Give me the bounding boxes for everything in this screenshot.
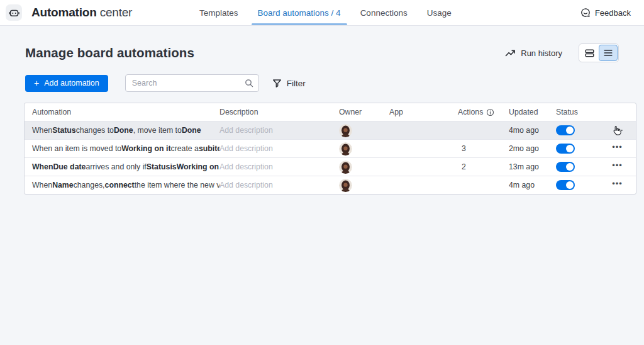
automation-text: changes, xyxy=(74,181,105,189)
run-history-button[interactable]: Run history xyxy=(505,48,562,58)
automations-table: Automation Description Owner App Actions… xyxy=(24,103,636,195)
owner-avatar[interactable] xyxy=(339,142,352,156)
automation-keyword: Working on it xyxy=(121,144,170,153)
automation-text: When xyxy=(32,181,52,189)
add-automation-button[interactable]: + Add automation xyxy=(25,75,108,92)
filter-button[interactable]: Filter xyxy=(272,79,306,88)
automation-text: the item where the new val... xyxy=(135,181,219,189)
toggle-knob xyxy=(566,163,574,171)
status-toggle[interactable] xyxy=(556,162,575,172)
col-header-actions: Actions xyxy=(450,108,509,116)
col-header-updated: Updated xyxy=(509,108,556,116)
add-automation-label: Add automation xyxy=(44,79,99,88)
tab-board-automations-4[interactable]: Board automations / 4 xyxy=(258,0,341,25)
row-menu-button[interactable]: ••• xyxy=(612,144,623,153)
app-title-bold: Automation xyxy=(31,6,97,19)
automation-keyword: is xyxy=(170,162,176,171)
updated-cell: 4mo ago xyxy=(509,126,556,135)
automation-text: create a xyxy=(171,144,199,153)
description-cell: Add description xyxy=(219,126,339,135)
status-cell xyxy=(556,144,599,154)
tab-connections[interactable]: Connections xyxy=(360,0,408,25)
automation-keyword: Status xyxy=(52,126,76,135)
list-view-button[interactable] xyxy=(599,45,618,61)
col-header-app: App xyxy=(389,108,450,116)
status-cell xyxy=(556,162,599,172)
add-description-placeholder[interactable]: Add description xyxy=(219,144,273,153)
card-view-icon xyxy=(585,49,594,57)
status-toggle[interactable] xyxy=(556,125,575,135)
table-row[interactable]: When Status changes to Done, move item t… xyxy=(25,121,636,139)
status-cell xyxy=(556,125,599,135)
description-cell: Add description xyxy=(219,144,339,153)
automation-text: When xyxy=(32,126,52,135)
filter-label: Filter xyxy=(287,79,306,88)
app-title-light: center xyxy=(100,6,133,19)
view-mode-toggle xyxy=(579,43,619,62)
trend-arrow-icon xyxy=(505,48,516,57)
toggle-knob xyxy=(566,145,574,152)
status-toggle[interactable] xyxy=(556,144,575,154)
card-view-button[interactable] xyxy=(580,45,599,61)
hand-cursor-icon xyxy=(612,125,623,136)
add-description-placeholder[interactable]: Add description xyxy=(219,162,273,171)
automation-text: When an item is moved to xyxy=(32,144,121,153)
col-header-automation: Automation xyxy=(25,108,219,116)
add-description-placeholder[interactable]: Add description xyxy=(219,126,273,135)
automation-sentence[interactable]: When Name changes, connect the item wher… xyxy=(25,181,219,189)
row-menu-cell: ••• xyxy=(599,162,636,171)
automation-keyword: subitem xyxy=(199,144,219,153)
add-description-placeholder[interactable]: Add description xyxy=(219,181,273,189)
search-input[interactable] xyxy=(125,74,259,92)
row-menu-cell: ••• xyxy=(599,181,636,189)
automation-text: arrives and only if xyxy=(86,162,146,171)
updated-cell: 2mo ago xyxy=(509,144,556,153)
automation-keyword: Status xyxy=(147,162,170,171)
feedback-button[interactable]: Feedback xyxy=(580,8,631,18)
automation-keyword: When xyxy=(32,162,53,171)
tab-usage[interactable]: Usage xyxy=(427,0,452,25)
automation-center-logo xyxy=(6,4,22,21)
col-header-status: Status xyxy=(556,108,599,116)
table-row[interactable]: When Name changes, connect the item wher… xyxy=(25,176,636,194)
updated-cell: 13m ago xyxy=(509,162,556,171)
table-header-row: Automation Description Owner App Actions… xyxy=(25,103,636,121)
automation-text: , move item to xyxy=(133,126,182,135)
list-view-icon xyxy=(604,49,613,57)
row-menu-cell: ••• xyxy=(599,144,636,153)
toggle-knob xyxy=(566,181,574,189)
app-title: Automation center xyxy=(31,6,132,20)
row-menu-button[interactable]: ••• xyxy=(612,181,623,189)
funnel-icon xyxy=(272,79,282,88)
status-toggle[interactable] xyxy=(556,180,575,190)
info-circle-icon[interactable] xyxy=(486,108,494,116)
speech-bubble-icon xyxy=(580,8,591,18)
automation-sentence[interactable]: When Status changes to Done, move item t… xyxy=(25,126,219,135)
automation-sentence[interactable]: When Due date arrives and only if Status… xyxy=(25,162,219,171)
main-content: Manage board automations Run history xyxy=(0,43,644,195)
owner-avatar[interactable] xyxy=(339,124,352,137)
automation-sentence[interactable]: When an item is moved to Working on it c… xyxy=(25,144,219,153)
owner-cell xyxy=(339,161,389,174)
plus-icon: + xyxy=(34,79,39,88)
actions-header-label: Actions xyxy=(458,108,483,116)
actions-count-cell: 3 xyxy=(450,144,509,153)
owner-avatar[interactable] xyxy=(339,179,352,192)
row-menu-button[interactable]: ••• xyxy=(612,162,623,171)
tab-templates[interactable]: Templates xyxy=(199,0,238,25)
table-row[interactable]: When an item is moved to Working on it c… xyxy=(25,139,636,157)
automation-keyword: Name xyxy=(52,181,74,189)
description-cell: Add description xyxy=(219,162,339,171)
tab-bar: TemplatesBoard automations / 4Connection… xyxy=(199,0,452,25)
feedback-label: Feedback xyxy=(595,8,631,18)
actions-count-cell: 2 xyxy=(450,162,509,171)
run-history-label: Run history xyxy=(521,48,562,58)
description-cell: Add description xyxy=(219,181,339,189)
table-row[interactable]: When Due date arrives and only if Status… xyxy=(25,157,636,176)
automation-keyword: Working on it xyxy=(177,162,219,171)
owner-avatar[interactable] xyxy=(339,161,352,174)
row-menu-cell xyxy=(599,125,636,136)
col-header-owner: Owner xyxy=(339,108,389,116)
status-cell xyxy=(556,180,599,190)
automation-text: changes to xyxy=(76,126,114,135)
